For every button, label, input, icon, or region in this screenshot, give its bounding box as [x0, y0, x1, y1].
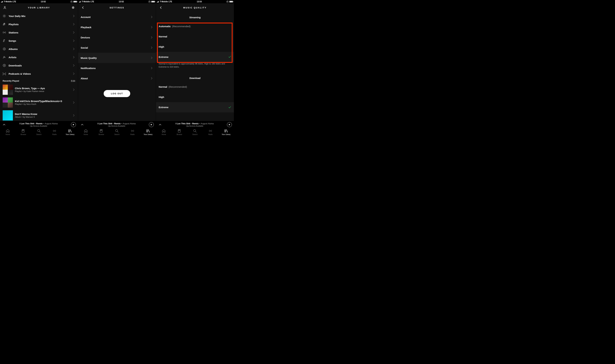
chevron-right-icon — [72, 72, 75, 75]
settings-item-music-quality[interactable]: Music Quality — [78, 53, 156, 63]
clock: 13:52 — [94, 0, 148, 3]
chevron-right-icon — [150, 46, 153, 49]
library-item-podcasts-videos[interactable]: Podcasts & Videos — [0, 70, 78, 78]
header: YOUR LIBRARY — [0, 3, 78, 12]
recently-played-header: Recently Played Edit — [0, 78, 78, 83]
tab-browse[interactable]: Browse — [15, 129, 31, 139]
recently-played-item[interactable]: Chris Brown, Tyga — Ayo Playlist • by Ka… — [0, 83, 78, 96]
devices-icon — [30, 125, 32, 127]
tab-browse[interactable]: Browse — [94, 129, 109, 139]
quality-option-high[interactable]: High — [156, 41, 234, 52]
quality-option-label: High — [159, 45, 231, 48]
home-icon — [84, 129, 88, 133]
recently-played-item[interactable]: Don't Wanna Know Album • by Maroon 5 — [0, 109, 78, 121]
library-icon — [68, 129, 72, 133]
play-button[interactable] — [149, 122, 154, 127]
edit-button[interactable]: Edit — [71, 79, 75, 82]
song-note-icon — [3, 39, 9, 42]
library-item-songs[interactable]: Songs — [0, 37, 78, 45]
tab-search[interactable]: Search — [109, 129, 125, 139]
quality-option-extreme[interactable]: Extreme — [156, 52, 234, 62]
tab-search[interactable]: Search — [187, 129, 203, 139]
quality-option-normal[interactable]: Normal(Recommended) — [156, 82, 234, 92]
quality-option-normal[interactable]: Normal — [156, 31, 234, 41]
tab-label: Your Library — [222, 133, 231, 135]
chevron-up-icon[interactable] — [2, 122, 6, 127]
screen-settings: T-Mobile LTE 13:52 ⟳ SETTINGS Account Pl… — [78, 0, 156, 139]
settings-item-playback[interactable]: Playback — [78, 22, 156, 32]
library-item-label: Songs — [9, 39, 72, 42]
broadcast-icon — [3, 72, 9, 75]
now-playing-artist: August Alsina — [45, 122, 58, 125]
quality-option-high[interactable]: High — [156, 92, 234, 102]
person-add-icon — [3, 55, 9, 59]
settings-item-devices[interactable]: Devices — [78, 32, 156, 42]
settings-item-account[interactable]: Account — [78, 12, 156, 22]
library-item-your-daily-mix[interactable]: Your Daily Mix — [0, 12, 78, 20]
chevron-up-icon[interactable] — [80, 122, 84, 127]
tab-label: Search — [192, 133, 198, 135]
chevron-right-icon — [72, 14, 75, 17]
disc-icon — [3, 47, 9, 51]
tab-your-library[interactable]: Your Library — [140, 129, 156, 139]
settings-button[interactable] — [71, 5, 75, 10]
radio-icon — [208, 129, 212, 133]
tab-home[interactable]: Home — [156, 129, 172, 139]
library-icon — [224, 129, 228, 133]
quality-option-extreme[interactable]: Extreme — [156, 102, 234, 112]
logout-button[interactable]: LOG OUT — [104, 90, 130, 97]
chevron-right-icon — [72, 23, 75, 26]
settings-item-notifications[interactable]: Notifications — [78, 63, 156, 73]
settings-item-social[interactable]: Social — [78, 42, 156, 53]
orientation-lock-icon: ⟳ — [148, 1, 150, 3]
library-item-playlists[interactable]: Playlists — [0, 20, 78, 28]
network-label: LTE — [90, 0, 94, 3]
status-bar: T-Mobile LTE 13:53 ⟳ — [156, 0, 234, 3]
play-button[interactable] — [71, 122, 76, 127]
tab-radio[interactable]: Radio — [203, 129, 218, 139]
library-item-downloads[interactable]: Downloads — [0, 61, 78, 70]
library-item-label: Downloads — [9, 64, 72, 67]
tab-home[interactable]: Home — [0, 129, 15, 139]
now-playing-bar[interactable]: I Luv This Shit - Remix•August Alsina De… — [0, 121, 78, 128]
tab-home[interactable]: Home — [78, 129, 94, 139]
chevron-right-icon — [72, 101, 75, 104]
now-playing-song: I Luv This Shit - Remix — [176, 122, 199, 125]
network-label: LTE — [13, 0, 16, 3]
library-item-artists[interactable]: Artists — [0, 53, 78, 61]
tab-label: Radio — [52, 133, 57, 135]
back-button[interactable] — [81, 5, 85, 10]
play-button[interactable] — [227, 122, 232, 127]
chevron-right-icon — [72, 64, 75, 67]
chevron-up-icon[interactable] — [158, 122, 162, 127]
quality-option-automatic[interactable]: Automatic(Recommended) — [156, 21, 234, 31]
profile-button[interactable] — [3, 5, 7, 10]
carrier-label: T-Mobile — [82, 0, 90, 3]
settings-item-label: Account — [81, 16, 150, 18]
header: MUSIC QUALITY — [156, 3, 234, 12]
tab-search[interactable]: Search — [31, 129, 47, 139]
quality-option-secondary: (Recommended) — [172, 25, 191, 28]
tab-bar: HomeBrowseSearchRadioYour Library — [0, 128, 78, 139]
tab-browse[interactable]: Browse — [172, 129, 187, 139]
recently-played-item[interactable]: Kid Ink/Chris Brown/Tyga/Blackmusic<3 Pl… — [0, 96, 78, 109]
tab-label: Home — [83, 133, 88, 135]
tab-your-library[interactable]: Your Library — [218, 129, 234, 139]
tab-radio[interactable]: Radio — [47, 129, 62, 139]
library-item-albums[interactable]: Albums — [0, 45, 78, 53]
tab-bar: HomeBrowseSearchRadioYour Library — [78, 128, 156, 139]
settings-item-about[interactable]: About — [78, 73, 156, 83]
devices-available-label: Devices Available — [33, 125, 47, 127]
back-button[interactable] — [159, 5, 163, 10]
now-playing-bar[interactable]: I Luv This Shit - Remix•August Alsina De… — [78, 121, 156, 128]
tab-label: Radio — [130, 133, 135, 135]
chevron-right-icon — [72, 114, 75, 117]
library-item-label: Playlists — [9, 23, 72, 26]
tab-your-library[interactable]: Your Library — [62, 129, 78, 139]
signal-icon — [1, 1, 3, 2]
now-playing-bar[interactable]: I Luv This Shit - Remix•August Alsina De… — [156, 121, 234, 128]
tab-radio[interactable]: Radio — [125, 129, 140, 139]
chevron-right-icon — [150, 15, 153, 18]
library-item-stations[interactable]: Stations — [0, 28, 78, 37]
tab-label: Browse — [98, 133, 104, 135]
